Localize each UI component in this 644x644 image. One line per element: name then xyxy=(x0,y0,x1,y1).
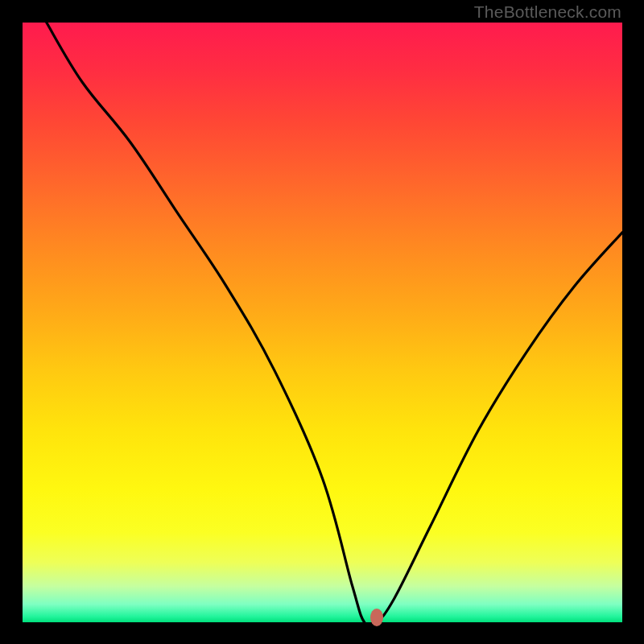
plot-area xyxy=(23,23,622,622)
optimal-point-marker xyxy=(370,609,383,626)
chart-frame: TheBottleneck.com xyxy=(0,0,644,644)
attribution-text: TheBottleneck.com xyxy=(474,2,621,22)
bottleneck-curve-path xyxy=(47,23,622,622)
curve-svg xyxy=(23,23,622,622)
